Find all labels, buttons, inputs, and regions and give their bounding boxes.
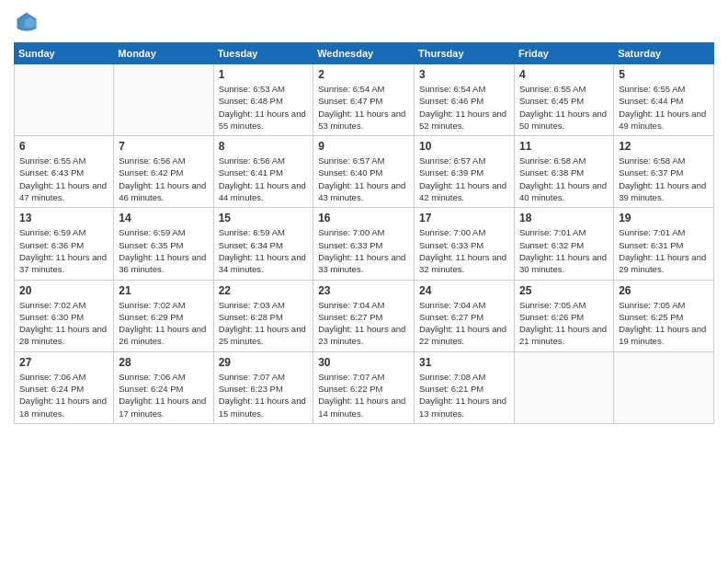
day-number: 19 <box>619 212 709 224</box>
calendar-week-row: 20Sunrise: 7:02 AMSunset: 6:30 PMDayligh… <box>15 280 714 351</box>
day-number: 16 <box>318 212 409 224</box>
cell-content: Sunrise: 7:05 AMSunset: 6:25 PMDaylight:… <box>619 299 709 348</box>
calendar-cell: 11Sunrise: 6:58 AMSunset: 6:38 PMDayligh… <box>514 136 613 208</box>
calendar-cell <box>15 64 114 136</box>
calendar-cell: 25Sunrise: 7:05 AMSunset: 6:26 PMDayligh… <box>514 280 613 351</box>
cell-content: Sunrise: 6:59 AMSunset: 6:34 PMDaylight:… <box>219 226 309 275</box>
calendar-cell: 27Sunrise: 7:06 AMSunset: 6:24 PMDayligh… <box>15 351 114 423</box>
calendar-cell: 12Sunrise: 6:58 AMSunset: 6:37 PMDayligh… <box>614 136 714 208</box>
cell-content: Sunrise: 6:58 AMSunset: 6:38 PMDaylight:… <box>519 155 609 203</box>
calendar-cell: 26Sunrise: 7:05 AMSunset: 6:25 PMDayligh… <box>614 280 714 351</box>
calendar-cell: 15Sunrise: 6:59 AMSunset: 6:34 PMDayligh… <box>213 208 313 280</box>
calendar-cell: 10Sunrise: 6:57 AMSunset: 6:39 PMDayligh… <box>415 136 515 208</box>
calendar-cell: 6Sunrise: 6:55 AMSunset: 6:43 PMDaylight… <box>15 136 114 208</box>
day-number: 25 <box>519 284 609 297</box>
day-number: 18 <box>519 212 609 224</box>
calendar-cell: 24Sunrise: 7:04 AMSunset: 6:27 PMDayligh… <box>415 280 515 351</box>
calendar-cell: 30Sunrise: 7:07 AMSunset: 6:22 PMDayligh… <box>313 351 415 423</box>
day-number: 23 <box>318 284 409 297</box>
cell-content: Sunrise: 7:06 AMSunset: 6:24 PMDaylight:… <box>19 371 108 419</box>
calendar-cell: 17Sunrise: 7:00 AMSunset: 6:33 PMDayligh… <box>415 208 515 280</box>
cell-content: Sunrise: 7:08 AMSunset: 6:21 PMDaylight:… <box>419 371 509 419</box>
day-header-tuesday: Tuesday <box>213 43 313 64</box>
day-number: 27 <box>19 356 108 369</box>
day-number: 8 <box>219 140 309 153</box>
calendar-cell: 5Sunrise: 6:55 AMSunset: 6:44 PMDaylight… <box>614 64 714 136</box>
calendar-cell <box>614 351 714 423</box>
calendar-cell: 29Sunrise: 7:07 AMSunset: 6:23 PMDayligh… <box>213 351 313 423</box>
cell-content: Sunrise: 7:00 AMSunset: 6:33 PMDaylight:… <box>419 226 509 275</box>
cell-content: Sunrise: 7:02 AMSunset: 6:29 PMDaylight:… <box>119 299 208 348</box>
day-header-friday: Friday <box>514 43 613 64</box>
cell-content: Sunrise: 7:04 AMSunset: 6:27 PMDaylight:… <box>318 299 409 348</box>
cell-content: Sunrise: 7:00 AMSunset: 6:33 PMDaylight:… <box>318 226 409 275</box>
day-number: 31 <box>419 356 509 369</box>
day-number: 4 <box>519 68 609 81</box>
calendar-cell: 21Sunrise: 7:02 AMSunset: 6:29 PMDayligh… <box>114 280 213 351</box>
calendar-cell: 8Sunrise: 6:56 AMSunset: 6:41 PMDaylight… <box>213 136 313 208</box>
day-number: 11 <box>519 140 609 153</box>
day-number: 10 <box>419 140 509 153</box>
day-number: 13 <box>19 212 108 224</box>
cell-content: Sunrise: 7:01 AMSunset: 6:31 PMDaylight:… <box>619 226 709 275</box>
day-number: 9 <box>318 140 409 153</box>
day-number: 14 <box>119 212 208 224</box>
calendar-header-row: SundayMondayTuesdayWednesdayThursdayFrid… <box>15 43 714 64</box>
calendar-cell <box>514 351 613 423</box>
cell-content: Sunrise: 7:02 AMSunset: 6:30 PMDaylight:… <box>19 299 108 348</box>
calendar-cell: 14Sunrise: 6:59 AMSunset: 6:35 PMDayligh… <box>114 208 213 280</box>
cell-content: Sunrise: 7:03 AMSunset: 6:28 PMDaylight:… <box>219 299 309 348</box>
day-number: 7 <box>119 140 208 153</box>
cell-content: Sunrise: 7:07 AMSunset: 6:23 PMDaylight:… <box>219 371 309 419</box>
calendar-cell: 28Sunrise: 7:06 AMSunset: 6:24 PMDayligh… <box>114 351 213 423</box>
calendar-cell: 20Sunrise: 7:02 AMSunset: 6:30 PMDayligh… <box>15 280 114 351</box>
calendar-week-row: 13Sunrise: 6:59 AMSunset: 6:36 PMDayligh… <box>15 208 714 280</box>
day-number: 3 <box>419 68 509 81</box>
cell-content: Sunrise: 7:05 AMSunset: 6:26 PMDaylight:… <box>519 299 609 348</box>
day-number: 22 <box>219 284 309 297</box>
cell-content: Sunrise: 6:59 AMSunset: 6:36 PMDaylight:… <box>19 226 108 275</box>
cell-content: Sunrise: 6:55 AMSunset: 6:45 PMDaylight:… <box>519 83 609 132</box>
cell-content: Sunrise: 7:07 AMSunset: 6:22 PMDaylight:… <box>318 371 409 419</box>
day-number: 29 <box>219 356 309 369</box>
cell-content: Sunrise: 7:06 AMSunset: 6:24 PMDaylight:… <box>119 371 208 419</box>
calendar-week-row: 27Sunrise: 7:06 AMSunset: 6:24 PMDayligh… <box>15 351 714 423</box>
calendar-cell: 19Sunrise: 7:01 AMSunset: 6:31 PMDayligh… <box>614 208 714 280</box>
day-header-wednesday: Wednesday <box>313 43 415 64</box>
calendar-week-row: 1Sunrise: 6:53 AMSunset: 6:48 PMDaylight… <box>15 64 714 136</box>
cell-content: Sunrise: 6:59 AMSunset: 6:35 PMDaylight:… <box>119 226 208 275</box>
day-number: 12 <box>619 140 709 153</box>
cell-content: Sunrise: 7:01 AMSunset: 6:32 PMDaylight:… <box>519 226 609 275</box>
calendar-table: SundayMondayTuesdayWednesdayThursdayFrid… <box>14 42 714 424</box>
logo <box>14 9 43 35</box>
calendar-cell: 16Sunrise: 7:00 AMSunset: 6:33 PMDayligh… <box>313 208 415 280</box>
cell-content: Sunrise: 6:56 AMSunset: 6:42 PMDaylight:… <box>119 155 208 203</box>
day-number: 24 <box>419 284 509 297</box>
day-number: 15 <box>219 212 309 224</box>
calendar-cell: 13Sunrise: 6:59 AMSunset: 6:36 PMDayligh… <box>15 208 114 280</box>
day-header-thursday: Thursday <box>415 43 515 64</box>
cell-content: Sunrise: 6:53 AMSunset: 6:48 PMDaylight:… <box>219 83 309 132</box>
day-number: 30 <box>318 356 409 369</box>
day-header-monday: Monday <box>114 43 213 64</box>
page-header <box>14 9 714 35</box>
day-header-saturday: Saturday <box>614 43 714 64</box>
cell-content: Sunrise: 6:57 AMSunset: 6:40 PMDaylight:… <box>318 155 409 203</box>
day-header-sunday: Sunday <box>15 43 114 64</box>
calendar-cell: 4Sunrise: 6:55 AMSunset: 6:45 PMDaylight… <box>514 64 613 136</box>
calendar-cell: 18Sunrise: 7:01 AMSunset: 6:32 PMDayligh… <box>514 208 613 280</box>
calendar-cell: 22Sunrise: 7:03 AMSunset: 6:28 PMDayligh… <box>213 280 313 351</box>
calendar-cell <box>114 64 213 136</box>
cell-content: Sunrise: 7:04 AMSunset: 6:27 PMDaylight:… <box>419 299 509 348</box>
calendar-cell: 23Sunrise: 7:04 AMSunset: 6:27 PMDayligh… <box>313 280 415 351</box>
day-number: 2 <box>318 68 409 81</box>
calendar-cell: 7Sunrise: 6:56 AMSunset: 6:42 PMDaylight… <box>114 136 213 208</box>
calendar-cell: 31Sunrise: 7:08 AMSunset: 6:21 PMDayligh… <box>415 351 515 423</box>
day-number: 1 <box>219 68 309 81</box>
day-number: 21 <box>119 284 208 297</box>
cell-content: Sunrise: 6:55 AMSunset: 6:44 PMDaylight:… <box>619 83 709 132</box>
calendar-cell: 3Sunrise: 6:54 AMSunset: 6:46 PMDaylight… <box>415 64 515 136</box>
calendar-week-row: 6Sunrise: 6:55 AMSunset: 6:43 PMDaylight… <box>15 136 714 208</box>
cell-content: Sunrise: 6:54 AMSunset: 6:46 PMDaylight:… <box>419 83 509 132</box>
day-number: 17 <box>419 212 509 224</box>
